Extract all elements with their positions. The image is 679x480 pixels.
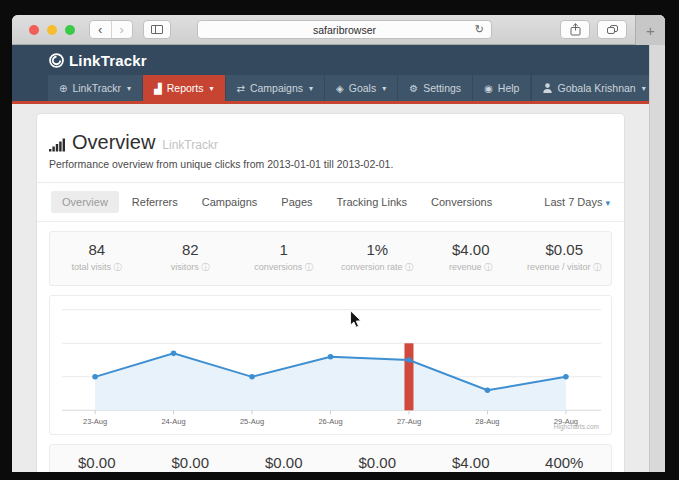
stat-cost-day: $0.00cost / day ⓘ: [237, 454, 331, 472]
chevron-down-icon: ▾: [127, 84, 131, 93]
page-title-suffix: LinkTrackr: [162, 138, 218, 152]
user-name: Gobala Krishnan: [557, 82, 635, 94]
stat-label: revenue ⓘ: [424, 262, 518, 274]
stat-value: $0.00: [50, 454, 144, 471]
stat-visitors: 82visitors ⓘ: [144, 241, 238, 274]
date-range-label: Last 7 Days: [544, 196, 602, 208]
back-button[interactable]: ‹: [90, 21, 111, 38]
nav-item-label: Goals: [349, 82, 376, 94]
minimize-window-button[interactable]: [47, 25, 57, 35]
forward-button[interactable]: ›: [111, 21, 133, 38]
nav-item-label: Help: [498, 82, 520, 94]
nav-item-label: Settings: [423, 82, 461, 94]
plus-icon: +: [646, 22, 655, 39]
stat-label: conversions ⓘ: [237, 262, 331, 274]
history-nav-buttons: ‹ ›: [89, 20, 133, 39]
conversion-column: [404, 343, 413, 410]
brand-name: LinkTrackr: [69, 52, 147, 69]
nav-item-label: LinkTrackr: [72, 82, 121, 94]
user-icon: [543, 83, 552, 93]
linktrackr-logo-icon: [48, 52, 65, 69]
nav-item-goals[interactable]: ◈Goals▾: [325, 75, 397, 101]
browser-window: ‹ › safaribrowser ↻ +: [12, 15, 665, 472]
tab-overview[interactable]: Overview: [51, 191, 119, 213]
address-text: safaribrowser: [313, 24, 376, 36]
share-button[interactable]: [560, 20, 590, 39]
stat-value: 1%: [331, 241, 425, 258]
sidebar-icon: [151, 25, 163, 34]
overview-bars-icon: [49, 138, 65, 152]
date-range-dropdown[interactable]: Last 7 Days ▾: [544, 196, 612, 208]
page-title: Overview: [72, 131, 155, 154]
sidebar-toggle-button[interactable]: [143, 20, 171, 39]
tab-campaigns[interactable]: Campaigns: [191, 191, 269, 213]
address-bar[interactable]: safaribrowser ↻: [197, 20, 492, 39]
info-icon[interactable]: ⓘ: [305, 262, 314, 272]
chevron-down-icon: ▾: [210, 84, 214, 93]
info-icon[interactable]: ⓘ: [201, 262, 210, 272]
x-axis-label: 25-Aug: [240, 417, 264, 426]
x-axis-label: 23-Aug: [83, 417, 107, 426]
stat-cost-visit: $0.00cost / visit ⓘ: [144, 454, 238, 472]
brand-logo[interactable]: LinkTrackr: [48, 52, 147, 69]
info-icon[interactable]: ⓘ: [484, 262, 493, 272]
close-window-button[interactable]: [29, 25, 39, 35]
zoom-window-button[interactable]: [65, 25, 75, 35]
nav-item-reports[interactable]: ▟Reports▾: [143, 75, 224, 101]
stat-value: $0.00: [331, 454, 425, 471]
window-scroll-gutter[interactable]: [649, 45, 665, 472]
x-axis-label: 27-Aug: [397, 417, 421, 426]
nav-item-settings[interactable]: ⚙Settings: [398, 75, 472, 101]
tab-pages[interactable]: Pages: [270, 191, 323, 213]
info-icon[interactable]: ⓘ: [114, 262, 123, 272]
report-card: Overview LinkTrackr Performance overview…: [37, 114, 624, 472]
visits-chart-svg[interactable]: 23-Aug24-Aug25-Aug26-Aug27-Aug28-Aug29-A…: [50, 296, 611, 434]
tab-tracking-links[interactable]: Tracking Links: [326, 191, 419, 213]
stat-value: 84: [50, 241, 144, 258]
stat-label: total visits ⓘ: [50, 262, 144, 274]
tab-referrers[interactable]: Referrers: [121, 191, 189, 213]
refresh-icon[interactable]: ↻: [475, 23, 484, 36]
stat-conversions: 1conversions ⓘ: [237, 241, 331, 274]
stat-revenue: $4.00revenue ⓘ: [424, 241, 518, 274]
help-icon: ◉: [484, 83, 493, 94]
tabs-icon: [607, 25, 618, 34]
globe-icon: ⊕: [59, 83, 67, 94]
stat-label: revenue / visitor ⓘ: [518, 262, 612, 274]
stat-value: $4.00: [424, 241, 518, 258]
visits-chart-panel: 23-Aug24-Aug25-Aug26-Aug27-Aug28-Aug29-A…: [49, 295, 612, 435]
stat-total-visits: 84total visits ⓘ: [50, 241, 144, 274]
data-point-marker: [563, 374, 569, 380]
nav-item-help[interactable]: ◉Help: [473, 75, 530, 101]
stat-revenue-visitor: $0.05revenue / visitor ⓘ: [518, 241, 612, 274]
stat-roi: 400%roi ⓘ: [518, 454, 612, 472]
chart-icon: ▟: [154, 83, 162, 94]
nav-item-linktrackr[interactable]: ⊕LinkTrackr▾: [48, 75, 142, 101]
app-masthead: LinkTrackr: [12, 45, 649, 75]
stats-top: 84total visits ⓘ82visitors ⓘ1conversions…: [49, 231, 612, 286]
shuffle-icon: ⇄: [237, 83, 245, 94]
tab-conversions[interactable]: Conversions: [420, 191, 503, 213]
window-controls: [29, 25, 75, 35]
x-axis-label: 28-Aug: [475, 417, 499, 426]
divider: [37, 221, 624, 222]
nav-item-campaigns[interactable]: ⇄Campaigns▾: [226, 75, 325, 101]
info-icon[interactable]: ⓘ: [593, 262, 602, 272]
stat-conversion-rate: 1%conversion rate ⓘ: [331, 241, 425, 274]
stat-value: 1: [237, 241, 331, 258]
stat-value: 82: [144, 241, 238, 258]
main-nav: ⊕LinkTrackr▾▟Reports▾⇄Campaigns▾◈Goals▾⚙…: [12, 75, 649, 101]
stat-label: visitors ⓘ: [144, 262, 238, 274]
x-axis-label: 26-Aug: [318, 417, 342, 426]
data-point-marker: [249, 374, 255, 380]
user-menu[interactable]: Gobala Krishnan▾: [532, 75, 649, 101]
new-tab-button[interactable]: +: [635, 15, 665, 45]
browser-toolbar: ‹ › safaribrowser ↻ +: [12, 15, 665, 45]
stat-label: conversion rate ⓘ: [331, 262, 425, 274]
info-icon[interactable]: ⓘ: [405, 262, 414, 272]
diamond-icon: ◈: [336, 83, 344, 94]
mouse-cursor: [351, 311, 361, 327]
chevron-down-icon: ▾: [605, 198, 610, 208]
show-tabs-button[interactable]: [597, 20, 627, 39]
stat-total-cost: $0.00total cost ⓘ: [50, 454, 144, 472]
